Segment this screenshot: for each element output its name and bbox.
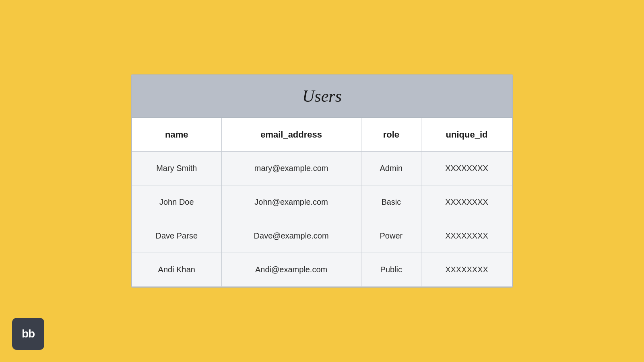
table-title: Users — [132, 75, 512, 118]
cell-email_address: Dave@example.com — [221, 219, 361, 253]
cell-role: Basic — [361, 185, 421, 219]
logo-text: bb — [22, 327, 35, 340]
users-table: name email_address role unique_id Mary S… — [132, 118, 512, 287]
col-header-role: role — [361, 118, 421, 152]
cell-email_address: Andi@example.com — [221, 253, 361, 287]
col-header-email: email_address — [221, 118, 361, 152]
cell-name: John Doe — [132, 185, 222, 219]
cell-role: Admin — [361, 152, 421, 185]
cell-name: Dave Parse — [132, 219, 222, 253]
col-header-unique-id: unique_id — [421, 118, 512, 152]
users-table-container: Users name email_address role unique_id … — [131, 74, 513, 288]
cell-name: Mary Smith — [132, 152, 222, 185]
table-header-row: name email_address role unique_id — [132, 118, 512, 152]
cell-name: Andi Khan — [132, 253, 222, 287]
cell-unique_id: XXXXXXXX — [421, 253, 512, 287]
logo-badge: bb — [12, 318, 44, 350]
table-row: Dave ParseDave@example.comPowerXXXXXXXX — [132, 219, 512, 253]
cell-role: Power — [361, 219, 421, 253]
cell-unique_id: XXXXXXXX — [421, 152, 512, 185]
cell-unique_id: XXXXXXXX — [421, 185, 512, 219]
col-header-name: name — [132, 118, 222, 152]
cell-email_address: mary@example.com — [221, 152, 361, 185]
cell-unique_id: XXXXXXXX — [421, 219, 512, 253]
table-row: John DoeJohn@example.comBasicXXXXXXXX — [132, 185, 512, 219]
cell-role: Public — [361, 253, 421, 287]
table-row: Mary Smithmary@example.comAdminXXXXXXXX — [132, 152, 512, 185]
table-row: Andi KhanAndi@example.comPublicXXXXXXXX — [132, 253, 512, 287]
cell-email_address: John@example.com — [221, 185, 361, 219]
